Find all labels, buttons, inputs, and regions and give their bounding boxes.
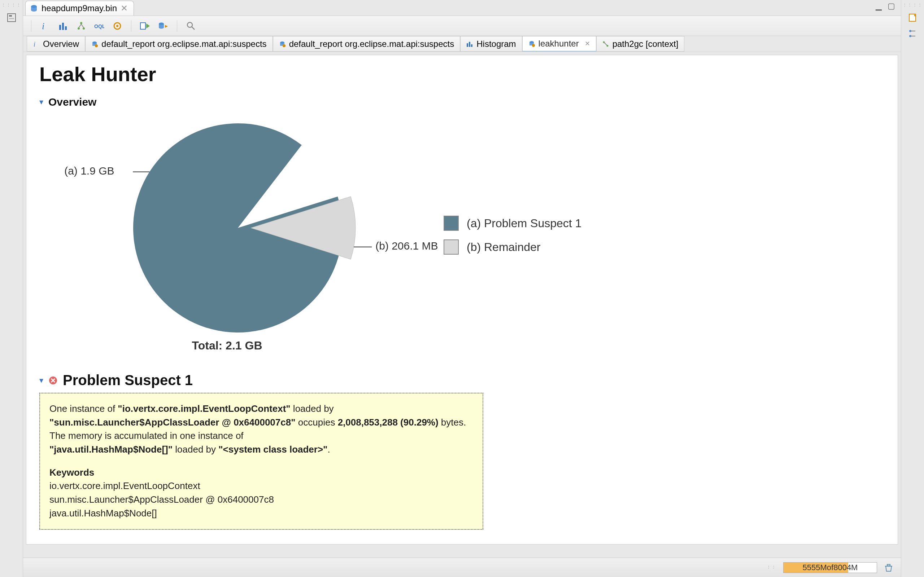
thread-icon[interactable] — [111, 20, 123, 32]
svg-point-34 — [532, 44, 535, 47]
chart-callout-b: (b) 206.1 MB — [375, 240, 438, 252]
toolbar: i OQL — [23, 16, 901, 36]
maximize-button[interactable]: ▢ — [888, 2, 895, 11]
chart-callout-a: (a) 1.9 GB — [64, 165, 114, 177]
subtab-label: default_report org.eclipse.mat.api:suspe… — [102, 39, 267, 49]
problem-suspect-box: One instance of "io.vertx.core.impl.Even… — [39, 393, 483, 530]
outline-view-icon[interactable] — [6, 12, 17, 23]
drag-dots-icon: ⋮⋮ — [767, 565, 777, 570]
editor-tab-bar: heapdump9may.bin ✕ ▁ ▢ — [23, 0, 901, 16]
svg-rect-16 — [141, 23, 145, 29]
suspect-description: One instance of "io.vertx.core.impl.Even… — [50, 402, 473, 456]
search-icon[interactable] — [185, 20, 197, 32]
svg-rect-5 — [59, 25, 61, 30]
legend-item: (b) Remainder — [444, 239, 582, 255]
subtab-leakhunter[interactable]: leakhunter ✕ — [522, 36, 596, 52]
suspect-keywords: Keywords io.vertx.core.impl.EventLoopCon… — [50, 466, 473, 521]
close-icon[interactable]: ✕ — [121, 3, 128, 13]
legend-swatch — [444, 239, 459, 255]
report-content: Leak Hunter ▾ Overview (a) 1.9 GB (b) 20… — [26, 55, 898, 545]
subtab-overview[interactable]: i Overview — [27, 36, 85, 52]
suspect-heading: Problem Suspect 1 — [63, 372, 193, 388]
svg-rect-29 — [467, 43, 468, 47]
notes-view-icon[interactable] — [907, 12, 919, 23]
subtab-histogram[interactable]: Histogram — [460, 36, 522, 52]
right-gutter: ⋮⋮⋮⋮ — [901, 0, 924, 577]
collapse-toggle-icon[interactable]: ▾ — [39, 97, 43, 107]
legend-swatch — [444, 216, 459, 231]
pie-chart: (a) 1.9 GB (b) 206.1 MB Total: 2.1 GB — [61, 113, 393, 358]
svg-rect-30 — [469, 42, 470, 47]
svg-point-15 — [116, 25, 118, 27]
heap-memory-indicator[interactable]: 5555M of 8004M — [783, 562, 877, 573]
run-report-icon[interactable] — [139, 20, 151, 32]
svg-rect-6 — [62, 23, 64, 30]
oql-icon[interactable]: OQL — [94, 20, 105, 32]
collapse-toggle-icon[interactable]: ▾ — [39, 376, 43, 385]
svg-text:OQL: OQL — [94, 23, 104, 29]
sub-tab-bar: i Overview default_report org.eclipse.ma… — [23, 36, 901, 52]
subtab-label: leakhunter — [538, 39, 579, 49]
histogram-icon — [466, 41, 473, 47]
svg-text:i: i — [42, 21, 44, 31]
editor-tab-label: heapdump9may.bin — [42, 3, 117, 13]
subtab-label: default_report org.eclipse.mat.api:suspe… — [289, 39, 454, 49]
subtab-default-report-1[interactable]: default_report org.eclipse.mat.api:suspe… — [85, 36, 273, 52]
left-gutter: ⋮⋮⋮⋮ — [0, 0, 23, 577]
report-icon — [279, 41, 286, 47]
svg-point-12 — [82, 27, 85, 29]
report-icon — [91, 41, 98, 47]
gc-button-icon[interactable] — [884, 562, 894, 573]
svg-point-37 — [606, 45, 608, 47]
info-icon: i — [33, 41, 39, 47]
svg-line-10 — [81, 24, 84, 28]
drag-dots-icon: ⋮⋮⋮⋮ — [903, 3, 923, 8]
subtab-label: Overview — [43, 39, 79, 49]
subtab-label: path2gc [context] — [612, 39, 678, 49]
svg-point-11 — [78, 27, 80, 29]
svg-marker-17 — [146, 23, 150, 29]
svg-text:i: i — [34, 41, 36, 47]
svg-marker-19 — [165, 25, 168, 28]
memory-used: 5555M — [803, 563, 827, 572]
svg-point-25 — [95, 44, 98, 47]
editor-tab-heapdump[interactable]: heapdump9may.bin ✕ — [25, 1, 134, 16]
svg-rect-48 — [887, 564, 890, 566]
svg-rect-31 — [471, 44, 472, 47]
dominator-tree-icon[interactable] — [76, 20, 87, 32]
svg-rect-1 — [9, 15, 12, 16]
overview-heading: Overview — [48, 96, 96, 108]
status-bar: ⋮⋮ 5555M of 8004M — [23, 558, 901, 577]
svg-rect-2 — [9, 18, 14, 19]
drag-dots-icon: ⋮⋮⋮⋮ — [2, 3, 22, 8]
histogram-icon[interactable] — [57, 20, 69, 32]
page-title: Leak Hunter — [39, 62, 885, 86]
svg-line-21 — [192, 27, 195, 29]
subtab-label: Histogram — [477, 39, 516, 49]
svg-point-28 — [283, 44, 286, 47]
report-icon — [528, 40, 535, 47]
svg-point-20 — [187, 23, 192, 27]
minimize-button[interactable]: ▁ — [876, 2, 882, 11]
chart-total-label: Total: 2.1 GB — [61, 339, 393, 352]
query-browser-icon[interactable] — [157, 20, 169, 32]
navigation-history-icon[interactable] — [907, 28, 919, 39]
info-icon[interactable]: i — [39, 20, 51, 32]
tree-icon — [603, 41, 609, 47]
legend-label: (b) Remainder — [467, 240, 541, 254]
legend-item: (a) Problem Suspect 1 — [444, 216, 582, 231]
chart-legend: (a) Problem Suspect 1 (b) Remainder — [444, 216, 582, 255]
database-icon — [30, 4, 38, 12]
error-icon — [48, 376, 58, 385]
svg-rect-0 — [8, 14, 16, 22]
svg-rect-7 — [65, 26, 67, 30]
close-icon[interactable]: ✕ — [585, 40, 590, 48]
subtab-path2gc[interactable]: path2gc [context] — [596, 36, 685, 52]
legend-label: (a) Problem Suspect 1 — [467, 217, 582, 230]
svg-line-9 — [79, 24, 81, 28]
subtab-default-report-2[interactable]: default_report org.eclipse.mat.api:suspe… — [273, 36, 460, 52]
memory-total: 8004M — [834, 563, 858, 572]
svg-point-8 — [80, 22, 82, 24]
